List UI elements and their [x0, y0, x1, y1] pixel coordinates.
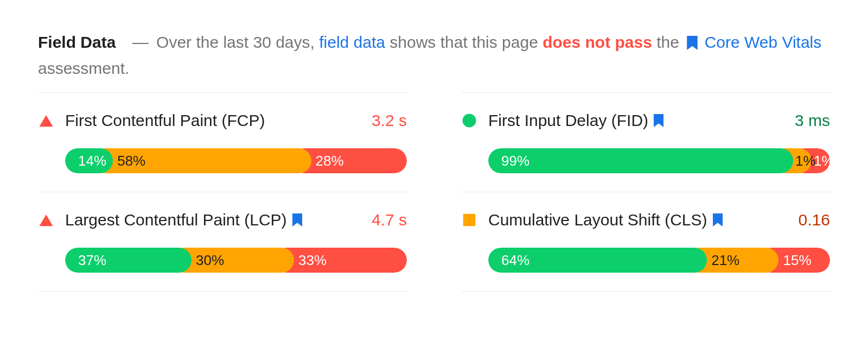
svg-rect-1: [463, 214, 476, 226]
distribution-bar: 37%30%33%: [65, 248, 407, 273]
metric-name-text: First Input Delay (FID): [488, 111, 648, 130]
core-web-vitals-link[interactable]: Core Web Vitals: [705, 33, 822, 51]
segment-good: 14%: [65, 148, 113, 173]
segment-label: 58%: [117, 153, 145, 169]
heading-text-1: Over the last 30 days,: [156, 33, 319, 51]
metric-header: First Input Delay (FID)3 ms: [461, 111, 830, 130]
heading-dash: —: [132, 33, 152, 51]
segment-ni: 58%: [93, 148, 311, 173]
bookmark-icon: [292, 213, 302, 226]
segment-label: 37%: [78, 252, 106, 269]
metric-value: 0.16: [799, 211, 830, 229]
metric-value: 3 ms: [795, 111, 830, 130]
metric-cls: Cumulative Layout Shift (CLS)0.1664%21%1…: [461, 192, 830, 292]
segment-good: 99%: [488, 148, 793, 173]
heading-title: Field Data: [38, 33, 127, 51]
segment-label: 64%: [501, 252, 529, 269]
bookmark-icon: [654, 114, 663, 127]
segment-poor: 33%: [275, 248, 407, 273]
metric-name: First Contentful Paint (FCP): [65, 111, 361, 130]
heading-text-4: assessment.: [38, 59, 129, 77]
metric-header: First Contentful Paint (FCP)3.2 s: [38, 111, 407, 130]
metric-name: Cumulative Layout Shift (CLS): [488, 211, 788, 229]
metric-value: 4.7 s: [372, 211, 407, 229]
metric-name-text: Largest Contentful Paint (LCP): [65, 211, 287, 229]
segment-label: 21%: [711, 252, 739, 269]
field-data-heading: Field Data — Over the last 30 days, fiel…: [38, 29, 830, 81]
segment-label: 30%: [196, 252, 224, 269]
heading-text-2: shows that this page: [390, 33, 542, 51]
distribution-bar: 14%58%28%: [65, 148, 407, 173]
segment-label: 14%: [78, 153, 106, 169]
metric-header: Cumulative Layout Shift (CLS)0.16: [461, 211, 830, 229]
metric-name: First Input Delay (FID): [488, 111, 784, 130]
distribution-bar: 64%21%15%: [488, 248, 830, 273]
field-data-panel: Field Data — Over the last 30 days, fiel…: [0, 0, 868, 313]
segment-good: 64%: [488, 248, 707, 273]
metric-fid: First Input Delay (FID)3 ms99%1%1%: [461, 92, 830, 192]
assessment-status: does not pass: [542, 33, 652, 51]
bookmark-icon: [713, 213, 723, 226]
square-icon: [461, 212, 477, 228]
triangle-icon: [38, 212, 54, 228]
metric-value: 3.2 s: [372, 111, 407, 130]
segment-label: 1%: [795, 153, 816, 169]
distribution-bar: 99%1%1%: [488, 148, 830, 173]
circle-icon: [461, 112, 477, 129]
segment-label: 1%: [814, 153, 830, 169]
metric-name: Largest Contentful Paint (LCP): [65, 211, 361, 229]
metric-lcp: Largest Contentful Paint (LCP)4.7 s37%30…: [38, 192, 407, 292]
heading-text-3: the: [656, 33, 684, 51]
field-data-link[interactable]: field data: [319, 33, 385, 51]
metric-name-text: First Contentful Paint (FCP): [65, 111, 265, 130]
segment-label: 99%: [501, 153, 529, 169]
segment-label: 33%: [298, 252, 327, 269]
svg-point-0: [463, 114, 476, 128]
bookmark-icon: [687, 36, 698, 50]
triangle-icon: [38, 112, 54, 129]
metrics-grid: First Contentful Paint (FCP)3.2 s14%58%2…: [38, 92, 830, 292]
metric-header: Largest Contentful Paint (LCP)4.7 s: [38, 211, 407, 229]
segment-label: 15%: [783, 252, 811, 269]
metric-fcp: First Contentful Paint (FCP)3.2 s14%58%2…: [38, 92, 407, 192]
segment-good: 37%: [65, 248, 192, 273]
segment-label: 28%: [316, 153, 344, 169]
metric-name-text: Cumulative Layout Shift (CLS): [488, 211, 707, 229]
